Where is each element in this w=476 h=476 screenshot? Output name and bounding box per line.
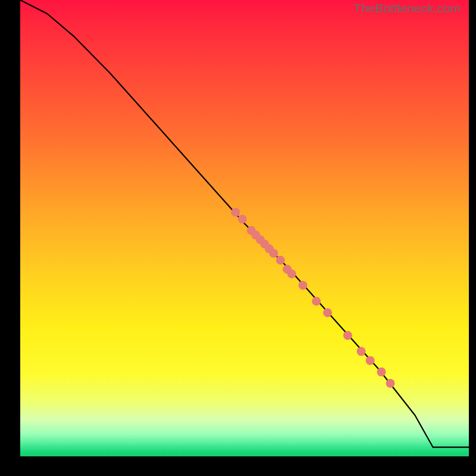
data-curve xyxy=(20,0,469,447)
data-marker xyxy=(231,208,240,217)
data-marker xyxy=(276,256,285,265)
data-marker xyxy=(256,235,265,244)
data-marker xyxy=(357,347,366,356)
data-marker xyxy=(260,240,269,249)
chart-plot-area: TheBottleneck.com xyxy=(20,0,469,456)
data-marker xyxy=(265,245,274,253)
data-marker xyxy=(238,215,247,224)
data-marker xyxy=(386,379,395,388)
data-marker xyxy=(366,356,375,365)
data-markers xyxy=(231,208,394,388)
data-marker xyxy=(270,249,278,258)
data-marker xyxy=(287,270,296,278)
data-marker xyxy=(299,281,308,290)
data-marker xyxy=(283,265,292,274)
chart-stage: TheBottleneck.com xyxy=(0,0,476,476)
watermark-text: TheBottleneck.com xyxy=(353,1,461,15)
data-marker xyxy=(247,226,256,235)
chart-svg xyxy=(20,0,469,456)
data-marker xyxy=(251,231,260,240)
data-marker xyxy=(323,308,332,317)
data-marker xyxy=(343,331,352,340)
data-marker xyxy=(312,297,321,306)
data-marker xyxy=(377,368,386,377)
